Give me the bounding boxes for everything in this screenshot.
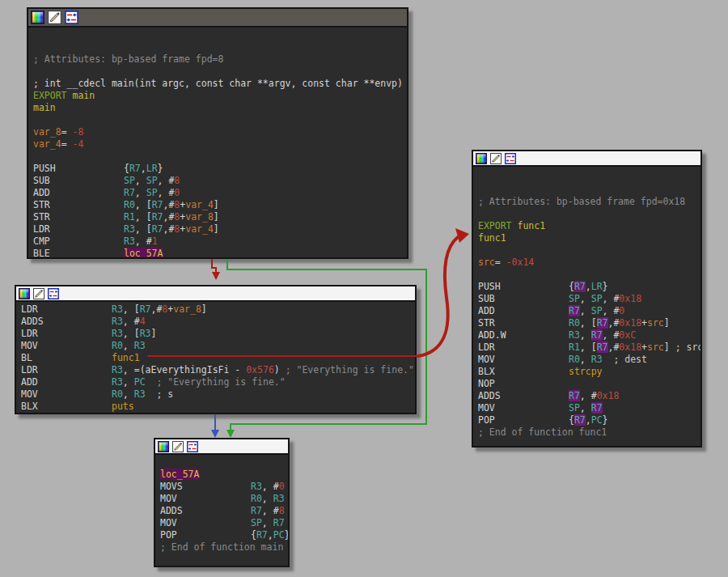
edit-comment-icon[interactable] [48,11,61,24]
asm-line[interactable]: ; End of function main [160,541,288,554]
asm-line[interactable]: BLEloc_57A [33,248,407,257]
asm-token: R3 [112,316,123,327]
asm-line[interactable]: ADD.WR3, R7, #0xC [478,329,700,342]
asm-token: ; s [146,388,174,400]
asm-line[interactable]: ADDR7, SP, #0 [33,187,407,199]
asm-line [478,269,700,281]
asm-line[interactable]: ADDR3, PC ; "Everything is fine." [21,376,415,388]
asm-line[interactable]: ; End of function func1 [478,426,700,439]
asm-line[interactable]: ; Attributes: bp-based frame fpd=0x18 [478,196,700,208]
asm-token: , # [135,235,152,247]
asm-token: 0x18 [619,317,641,329]
asm-line[interactable]: EXPORT func1 [478,220,700,232]
asm-line[interactable]: ; int __cdecl main(int argc, const char … [33,78,407,90]
asm-line[interactable]: MOVR0, R3 [160,493,288,505]
asm-line[interactable]: ADDSR7, #0x18 [478,390,700,402]
asm-line[interactable]: LDRR3, [R3] [21,328,415,340]
asm-line[interactable]: CMPR3, #1 [33,235,407,248]
asm-line[interactable]: BLfunc1 [21,352,415,364]
asm-line[interactable]: MOVR0, R3 [21,340,415,352]
asm-line[interactable]: SUBSP, SP, #8 [33,175,407,187]
asm-line[interactable]: MOVR0, R3 ; dest [478,354,700,366]
group-node-icon[interactable] [187,441,198,452]
asm-line[interactable]: BLXstrcpy [478,366,700,378]
asm-line[interactable]: LDRR1, [R7,#0x18+src] ; src [478,342,700,354]
block-titlebar[interactable] [155,439,288,455]
asm-line[interactable]: NOP [478,378,700,390]
asm-line[interactable]: MOVSR3, #0 [160,481,288,493]
asm-line[interactable]: STRR0, [R7,#0x18+src] [478,317,700,329]
block-func1[interactable]: ; Attributes: bp-based frame fpd=0x18 EX… [472,150,702,448]
asm-line[interactable]: func1 [478,232,700,244]
asm-token: R7 [152,223,163,235]
asm-line[interactable]: LDRR3, [R7,#8+var_4] [33,223,407,235]
group-node-icon[interactable] [48,288,59,299]
group-node-icon[interactable] [65,11,78,24]
edit-comment-icon[interactable] [33,288,44,299]
asm-token: 0 [174,187,180,198]
asm-token: R7 [140,303,151,315]
asm-line [33,114,407,126]
asm-token: , # [580,390,597,401]
asm-line[interactable]: STRR1, [R7,#8+var_8] [33,211,407,223]
block-titlebar[interactable] [16,286,415,302]
asm-token: , [135,175,146,186]
asm-line[interactable]: ADDSR7, #8 [160,505,288,517]
asm-line[interactable]: PUSH{R7,LR} [33,163,407,175]
asm-token: PC [134,376,146,388]
node-color-icon[interactable] [19,288,30,299]
node-color-icon[interactable] [476,153,487,164]
asm-line[interactable]: loc_57A [160,469,288,481]
asm-line [478,172,700,184]
asm-line[interactable]: MOVR0, R3 ; s [21,388,415,401]
asm-line[interactable]: src= -0x14 [478,257,700,269]
asm-line[interactable]: MOVSP, R7 [160,517,288,529]
asm-line[interactable]: EXPORT main [33,90,407,102]
asm-token: ; dest [603,354,647,365]
asm-token: , [262,517,273,528]
asm-token: , [268,529,273,541]
asm-line [33,41,407,53]
asm-line[interactable]: ADDR7, SP, #0 [478,305,700,317]
asm-mnemonic: MOV [160,517,251,529]
asm-line[interactable]: BLXputs [21,401,415,413]
block-call-func1[interactable]: LDRR3, [R7,#8+var_8]ADDSR3, #4LDRR3, [R3… [15,285,417,414]
edit-comment-icon[interactable] [172,441,184,452]
asm-token: , [580,402,591,414]
block-main-entry[interactable]: ; Attributes: bp-based frame fpd=8 ; int… [27,7,408,259]
asm-line[interactable]: LDRR3, [R7,#8+var_8] [21,303,415,316]
asm-token: SP [146,175,158,186]
asm-token: PC [273,529,285,541]
asm-line[interactable]: POP{R7,PC} [478,414,700,426]
asm-token: , [ [580,317,597,329]
asm-mnemonic: ADD [21,376,112,388]
asm-line[interactable]: MOVSP, R7 [478,402,700,414]
block-titlebar[interactable] [28,9,407,28]
asm-line[interactable]: var_4= -4 [33,138,407,151]
block-titlebar[interactable] [473,151,700,167]
edit-comment-icon[interactable] [490,153,502,164]
asm-token: R0 [124,199,135,210]
asm-line[interactable]: var_8= -8 [33,126,407,138]
asm-token: ; Attributes: bp-based frame fpd=0x18 [478,196,685,207]
asm-token: ] [201,303,207,315]
graph-canvas[interactable]: ; Attributes: bp-based frame fpd=8 ; int… [0,0,728,577]
node-color-icon[interactable] [158,441,169,452]
asm-line[interactable]: POP{R7,PC} [160,529,288,541]
asm-line [160,456,288,469]
asm-line[interactable]: STRR0, [R7,#8+var_4] [33,199,407,211]
asm-token: R7 [273,517,285,528]
block-loc-57a[interactable]: loc_57AMOVSR3, #0MOVR0, R3ADDSR7, #8MOVS… [154,438,290,567]
asm-line[interactable]: PUSH{R7,LR} [478,281,700,293]
asm-line[interactable]: LDRR3, =(aEverythingIsFi - 0x576) ; "Eve… [21,364,415,376]
asm-token: R7 [574,414,586,426]
asm-token: 8 [174,175,180,186]
group-node-icon[interactable] [505,153,516,164]
asm-line[interactable]: SUBSP, SP, #0x18 [478,293,700,305]
asm-line[interactable]: main [33,102,407,114]
call-xref-curve [418,237,458,356]
node-color-icon[interactable] [31,11,44,24]
asm-line[interactable]: ADDSR3, #4 [21,316,415,328]
asm-line[interactable]: ; Attributes: bp-based frame fpd=8 [33,53,407,66]
asm-token: , # [603,293,620,304]
